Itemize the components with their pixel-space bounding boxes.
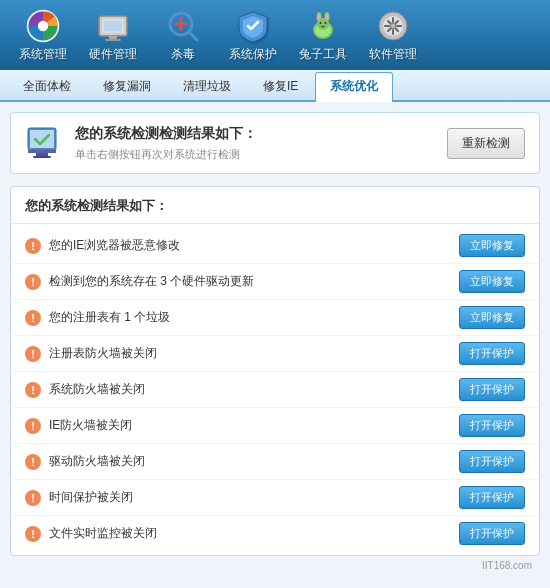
action-btn-8[interactable]: 打开保护: [459, 522, 525, 545]
result-text-5: IE防火墙被关闭: [49, 417, 132, 434]
result-row-6: ! 驱动防火墙被关闭 打开保护: [11, 444, 539, 480]
result-text-2: 您的注册表有 1 个垃圾: [49, 309, 170, 326]
result-row-8: ! 文件实时监控被关闭 打开保护: [11, 516, 539, 551]
result-text-8: 文件实时监控被关闭: [49, 525, 157, 542]
results-section: 您的系统检测结果如下： ! 您的IE浏览器被恶意修改 立即修复 ! 检测到您的系…: [10, 186, 540, 556]
svg-point-17: [326, 13, 329, 20]
main-content: 您的系统检测检测结果如下： 单击右侧按钮再次对系统进行检测 重新检测 您的系统检…: [0, 102, 550, 588]
nav-item-rabbit-tool[interactable]: 兔子工具: [288, 5, 358, 65]
svg-point-19: [325, 22, 327, 24]
tab-full-check[interactable]: 全面体检: [8, 72, 86, 100]
action-btn-3[interactable]: 打开保护: [459, 342, 525, 365]
svg-rect-27: [36, 153, 48, 156]
svg-rect-6: [105, 39, 121, 41]
nav-item-hardware-mgmt[interactable]: 硬件管理: [78, 5, 148, 65]
result-text-3: 注册表防火墙被关闭: [49, 345, 157, 362]
kill-icon: [165, 8, 201, 44]
warn-icon-0: !: [25, 238, 41, 254]
warn-icon-2: !: [25, 310, 41, 326]
status-subtitle: 单击右侧按钮再次对系统进行检测: [75, 147, 257, 162]
status-text-block: 您的系统检测检测结果如下： 单击右侧按钮再次对系统进行检测: [75, 125, 257, 162]
rabbit-icon: [305, 8, 341, 44]
nav-label-system-protect: 系统保护: [229, 46, 277, 63]
action-btn-4[interactable]: 打开保护: [459, 378, 525, 401]
nav-label-software-mgmt: 软件管理: [369, 46, 417, 63]
result-text-7: 时间保护被关闭: [49, 489, 133, 506]
action-btn-1[interactable]: 立即修复: [459, 270, 525, 293]
status-card-left: 您的系统检测检测结果如下： 单击右侧按钮再次对系统进行检测: [25, 123, 257, 163]
result-text-6: 驱动防火墙被关闭: [49, 453, 145, 470]
watermark: IIT168.com: [482, 560, 532, 571]
svg-rect-5: [109, 36, 117, 39]
status-check-icon: [25, 123, 65, 163]
svg-rect-4: [104, 21, 122, 31]
footer: IIT168.com: [10, 556, 540, 575]
nav-label-hardware-mgmt: 硬件管理: [89, 46, 137, 63]
tab-bar: 全面体检 修复漏洞 清理垃圾 修复IE 系统优化: [0, 70, 550, 102]
status-card: 您的系统检测检测结果如下： 单击右侧按钮再次对系统进行检测 重新检测: [10, 112, 540, 174]
nav-label-kill: 杀毒: [171, 46, 195, 63]
result-text-0: 您的IE浏览器被恶意修改: [49, 237, 180, 254]
warn-icon-7: !: [25, 490, 41, 506]
tab-clean-junk[interactable]: 清理垃圾: [168, 72, 246, 100]
result-row-0: ! 您的IE浏览器被恶意修改 立即修复: [11, 228, 539, 264]
svg-rect-25: [30, 130, 54, 148]
svg-line-8: [189, 32, 197, 40]
result-text-1: 检测到您的系统存在 3 个硬件驱动更新: [49, 273, 254, 290]
status-title: 您的系统检测检测结果如下：: [75, 125, 257, 143]
svg-rect-26: [28, 150, 56, 153]
tab-system-optimize[interactable]: 系统优化: [315, 72, 393, 102]
action-btn-5[interactable]: 打开保护: [459, 414, 525, 437]
warn-icon-5: !: [25, 418, 41, 434]
hardware-icon: [95, 8, 131, 44]
nav-label-system-mgmt: 系统管理: [19, 46, 67, 63]
nav-item-software-mgmt[interactable]: 软件管理: [358, 5, 428, 65]
warn-icon-1: !: [25, 274, 41, 290]
recheck-button[interactable]: 重新检测: [447, 128, 525, 159]
svg-point-23: [391, 24, 395, 28]
top-nav: 系统管理 硬件管理 杀毒: [0, 0, 550, 70]
result-row-2: ! 您的注册表有 1 个垃圾 立即修复: [11, 300, 539, 336]
nav-item-system-protect[interactable]: 系统保护: [218, 5, 288, 65]
warn-icon-4: !: [25, 382, 41, 398]
result-row-4: ! 系统防火墙被关闭 打开保护: [11, 372, 539, 408]
warn-icon-3: !: [25, 346, 41, 362]
action-btn-2[interactable]: 立即修复: [459, 306, 525, 329]
result-row-3: ! 注册表防火墙被关闭 打开保护: [11, 336, 539, 372]
software-icon: [375, 8, 411, 44]
warn-icon-8: !: [25, 526, 41, 542]
svg-point-18: [320, 22, 322, 24]
svg-point-1: [38, 20, 48, 30]
results-title: 您的系统检测结果如下：: [11, 197, 539, 224]
svg-rect-28: [33, 156, 51, 158]
action-btn-7[interactable]: 打开保护: [459, 486, 525, 509]
nav-item-system-mgmt[interactable]: 系统管理: [8, 5, 78, 65]
result-row-1: ! 检测到您的系统存在 3 个硬件驱动更新 立即修复: [11, 264, 539, 300]
tab-repair-omission[interactable]: 修复漏洞: [88, 72, 166, 100]
result-row-7: ! 时间保护被关闭 打开保护: [11, 480, 539, 516]
shield-icon: [235, 8, 271, 44]
svg-point-16: [318, 13, 321, 20]
nav-item-kill[interactable]: 杀毒: [148, 5, 218, 65]
result-row-5: ! IE防火墙被关闭 打开保护: [11, 408, 539, 444]
result-text-4: 系统防火墙被关闭: [49, 381, 145, 398]
action-btn-0[interactable]: 立即修复: [459, 234, 525, 257]
warn-icon-6: !: [25, 454, 41, 470]
tab-repair-ie[interactable]: 修复IE: [248, 72, 313, 100]
logo-icon: [25, 8, 61, 44]
nav-label-rabbit-tool: 兔子工具: [299, 46, 347, 63]
action-btn-6[interactable]: 打开保护: [459, 450, 525, 473]
